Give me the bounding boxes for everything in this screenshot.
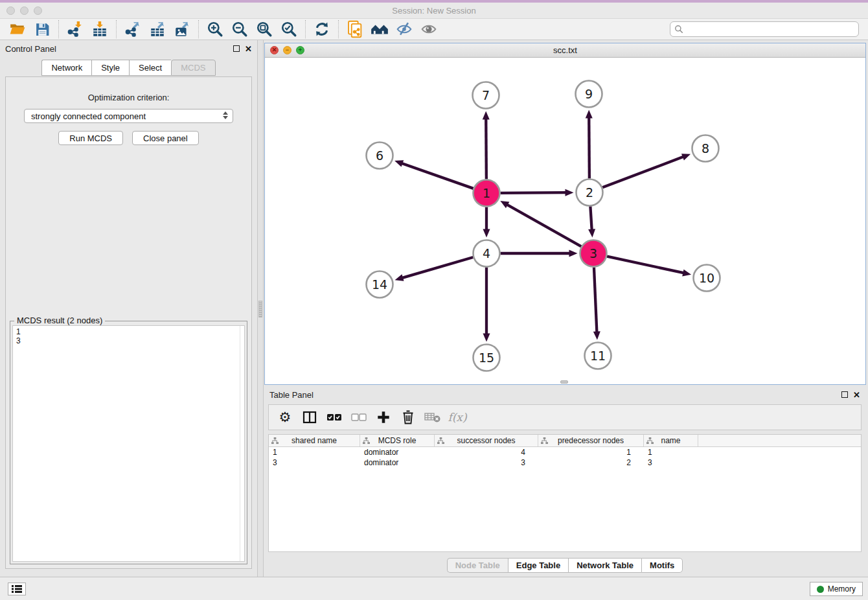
cell-predecessor-nodes[interactable]: 1: [538, 447, 644, 457]
minimize-window-button[interactable]: [20, 6, 29, 15]
select-all-button[interactable]: [325, 408, 344, 427]
save-session-button[interactable]: [30, 19, 54, 39]
zoom-fit-button[interactable]: [252, 19, 277, 39]
network-graph[interactable]: 7968124314101511: [265, 58, 865, 384]
optimization-criterion-select[interactable]: strongly connected component: [24, 109, 233, 123]
close-window-button[interactable]: [6, 6, 15, 15]
cell-successor-nodes[interactable]: 3: [435, 457, 538, 468]
graph-edge-3-10[interactable]: [607, 257, 684, 273]
network-hscrollbar-thumb[interactable]: [560, 380, 568, 384]
column-header-shared-name[interactable]: shared name: [269, 435, 360, 446]
tab-mcds[interactable]: MCDS: [171, 60, 215, 76]
graph-edge-1-6[interactable]: [401, 163, 473, 189]
tab-edge-table[interactable]: Edge Table: [508, 558, 568, 573]
cell-name[interactable]: 1: [644, 447, 698, 457]
window-titlebar[interactable]: Session: New Session: [0, 3, 868, 18]
memory-button[interactable]: Memory: [810, 582, 863, 596]
graph-edge-1-2[interactable]: [500, 192, 566, 193]
apply-layout-button[interactable]: [310, 19, 334, 39]
graph-edge-arrow-icon: [394, 160, 404, 167]
table-settings-button[interactable]: ⚙: [275, 408, 295, 427]
maximize-window-button[interactable]: [34, 6, 42, 15]
tab-network-table[interactable]: Network Table: [568, 558, 641, 573]
close-panel-button[interactable]: Close panel: [132, 131, 199, 145]
mcds-result-text[interactable]: 1 3: [12, 325, 245, 562]
cell-successor-nodes[interactable]: 4: [435, 447, 538, 457]
float-table-panel-icon[interactable]: [841, 391, 848, 398]
network-window-titlebar[interactable]: scc.txt ✕ − +: [265, 43, 865, 58]
import-network-button[interactable]: [63, 19, 87, 39]
mcds-document-icon: [346, 20, 364, 38]
graph-edge-4-14[interactable]: [402, 257, 473, 278]
run-mcds-button[interactable]: Run MCDS: [58, 131, 123, 145]
memory-label: Memory: [828, 584, 856, 594]
graph-edge-1-7[interactable]: [486, 118, 486, 179]
cell-predecessor-nodes[interactable]: 2: [538, 457, 644, 468]
open-session-button[interactable]: [5, 19, 30, 39]
delete-table-button[interactable]: [423, 408, 442, 427]
graph-edge-3-11[interactable]: [594, 267, 597, 332]
splitter-handle-icon[interactable]: [258, 301, 262, 317]
unselect-all-button[interactable]: [349, 408, 369, 427]
float-panel-icon[interactable]: [233, 45, 240, 52]
task-history-button[interactable]: [8, 583, 26, 595]
table-rows: 1dominator4113dominator323: [269, 447, 861, 468]
export-image-button[interactable]: [170, 19, 194, 39]
table-row-2[interactable]: 3dominator323: [269, 457, 861, 468]
tab-select[interactable]: Select: [129, 60, 171, 76]
close-panel-icon[interactable]: ✕: [245, 45, 252, 53]
cell-shared-name[interactable]: 1: [269, 447, 360, 457]
tab-node-table[interactable]: Node Table: [447, 558, 508, 573]
network-view-window: scc.txt ✕ − + 7968124314101511: [264, 43, 866, 385]
table-row-1[interactable]: 1dominator411: [269, 447, 861, 457]
close-table-panel-icon[interactable]: ✕: [853, 391, 860, 399]
graph-node-label-6: 6: [376, 148, 383, 163]
tab-network[interactable]: Network: [41, 60, 91, 76]
function-builder-button[interactable]: f(x): [448, 408, 467, 427]
select-all-checkboxes-icon: [326, 412, 342, 422]
graph-edge-2-3[interactable]: [590, 206, 591, 230]
zoom-selected-button[interactable]: [277, 19, 301, 39]
cell-mcds-role[interactable]: dominator: [360, 457, 435, 468]
show-columns-button[interactable]: [300, 408, 319, 427]
delete-table-icon: [424, 411, 441, 424]
add-column-button[interactable]: [374, 408, 393, 427]
mcds-app-button[interactable]: [343, 19, 367, 39]
network-canvas[interactable]: 7968124314101511: [265, 58, 865, 384]
show-graphics-button[interactable]: [417, 19, 441, 39]
graph-edge-2-9[interactable]: [589, 117, 589, 178]
plus-icon: [376, 410, 391, 424]
panel-splitter[interactable]: [257, 40, 264, 577]
import-table-button[interactable]: [87, 19, 112, 39]
network-maximize-button[interactable]: +: [296, 46, 304, 54]
network-close-button[interactable]: ✕: [270, 46, 279, 54]
delete-column-button[interactable]: [398, 408, 418, 427]
cell-mcds-role[interactable]: dominator: [360, 447, 435, 457]
tab-style[interactable]: Style: [91, 60, 129, 76]
column-header-label: successor nodes: [457, 436, 515, 445]
column-hierarchy-icon: [271, 437, 279, 444]
column-header-predecessor-nodes[interactable]: predecessor nodes: [538, 435, 644, 446]
search-input[interactable]: [670, 21, 859, 37]
search-field-wrap: [670, 21, 859, 37]
column-header-name[interactable]: name: [644, 435, 698, 446]
column-header-successor-nodes[interactable]: successor nodes: [435, 435, 538, 446]
export-network-button[interactable]: [120, 19, 145, 39]
cell-shared-name[interactable]: 3: [269, 457, 360, 468]
zoom-out-button[interactable]: [227, 19, 252, 39]
graph-edge-3-1[interactable]: [507, 204, 581, 246]
graph-node-label-4: 4: [483, 246, 490, 260]
hide-panels-button[interactable]: [392, 19, 417, 39]
open-folder-icon: [9, 21, 26, 38]
graph-edge-2-8[interactable]: [602, 157, 684, 188]
zoom-in-button[interactable]: [203, 19, 227, 39]
show-all-networks-button[interactable]: [367, 19, 392, 39]
network-minimize-button[interactable]: −: [283, 46, 291, 54]
cell-name[interactable]: 3: [644, 457, 698, 468]
export-table-button[interactable]: [145, 19, 170, 39]
tab-motifs[interactable]: Motifs: [641, 558, 683, 573]
column-hierarchy-icon: [646, 437, 654, 444]
column-header-mcds-role[interactable]: MCDS role: [360, 435, 435, 446]
table-panel-tabs: Node TableEdge TableNetwork TableMotifs: [264, 558, 865, 573]
trash-icon: [402, 410, 415, 424]
